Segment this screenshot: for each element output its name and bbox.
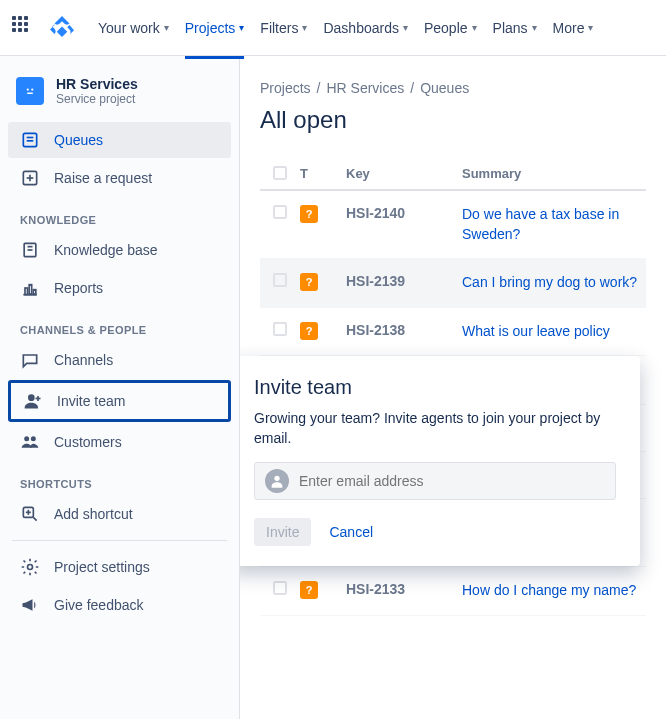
gear-icon <box>20 557 40 577</box>
nav-item-projects[interactable]: Projects▾ <box>177 14 253 42</box>
chat-icon <box>20 350 40 370</box>
table-row[interactable]: ?HSI-2138What is our leave policy <box>260 308 646 357</box>
svg-rect-14 <box>25 288 28 295</box>
sidebar-label: Raise a request <box>54 170 152 186</box>
issue-key[interactable]: HSI-2140 <box>346 205 405 221</box>
people-icon <box>20 432 40 452</box>
project-type: Service project <box>56 92 138 106</box>
col-key[interactable]: Key <box>346 166 462 181</box>
sidebar: HR Services Service project Queues Raise… <box>0 56 240 719</box>
issue-key[interactable]: HSI-2133 <box>346 581 405 597</box>
sidebar-item-give-feedback[interactable]: Give feedback <box>8 587 231 623</box>
row-checkbox[interactable] <box>273 581 287 595</box>
email-input-wrapper[interactable] <box>254 462 616 500</box>
chart-icon <box>20 278 40 298</box>
issue-type-icon: ? <box>300 205 318 223</box>
issue-summary[interactable]: Do we have a tax base in Sweden? <box>462 206 619 242</box>
sidebar-item-queues[interactable]: Queues <box>8 122 231 158</box>
sidebar-item-add-shortcut[interactable]: Add shortcut <box>8 496 231 532</box>
svg-rect-16 <box>33 290 36 295</box>
svg-point-17 <box>28 394 35 401</box>
col-type[interactable]: T <box>300 166 346 181</box>
svg-rect-3 <box>27 93 33 95</box>
shortcut-plus-icon <box>20 504 40 524</box>
svg-point-20 <box>24 436 29 441</box>
issue-key[interactable]: HSI-2138 <box>346 322 405 338</box>
nav-item-filters[interactable]: Filters▾ <box>252 14 315 42</box>
issue-type-icon: ? <box>300 322 318 340</box>
avatar-placeholder-icon <box>265 469 289 493</box>
sidebar-section-knowledge: KNOWLEDGE <box>8 198 231 232</box>
sidebar-label: Project settings <box>54 559 150 575</box>
project-name: HR Services <box>56 76 138 92</box>
page-title: All open <box>260 106 646 134</box>
book-icon <box>20 240 40 260</box>
svg-point-2 <box>31 88 33 90</box>
table-header: T Key Summary <box>260 158 646 191</box>
breadcrumb-item[interactable]: Queues <box>420 80 469 96</box>
sidebar-item-project-settings[interactable]: Project settings <box>8 549 231 585</box>
modal-description: Growing your team? Invite agents to join… <box>254 409 616 448</box>
sidebar-item-invite-team[interactable]: Invite team <box>8 380 231 422</box>
svg-point-27 <box>274 476 279 481</box>
issue-key[interactable]: HSI-2139 <box>346 273 405 289</box>
col-summary[interactable]: Summary <box>462 166 646 181</box>
megaphone-icon <box>20 595 40 615</box>
sidebar-label: Give feedback <box>54 597 144 613</box>
sidebar-label: Channels <box>54 352 113 368</box>
svg-point-1 <box>27 88 29 90</box>
issue-summary[interactable]: Can I bring my dog to work? <box>462 274 637 290</box>
person-plus-icon <box>23 391 43 411</box>
sidebar-section-shortcuts: SHORTCUTS <box>8 462 231 496</box>
breadcrumb-item[interactable]: HR Services <box>326 80 404 96</box>
svg-point-26 <box>28 565 33 570</box>
nav-item-plans[interactable]: Plans▾ <box>485 14 545 42</box>
row-checkbox[interactable] <box>273 273 287 287</box>
sidebar-label: Knowledge base <box>54 242 158 258</box>
issue-type-icon: ? <box>300 273 318 291</box>
jira-logo-icon[interactable] <box>50 16 74 40</box>
app-switcher-icon[interactable] <box>12 16 36 40</box>
svg-line-23 <box>33 517 36 520</box>
nav-item-your-work[interactable]: Your work▾ <box>90 14 177 42</box>
select-all-checkbox[interactable] <box>273 166 287 180</box>
cancel-button[interactable]: Cancel <box>329 524 373 540</box>
project-header: HR Services Service project <box>8 76 231 122</box>
svg-point-21 <box>31 436 36 441</box>
sidebar-item-reports[interactable]: Reports <box>8 270 231 306</box>
sidebar-label: Add shortcut <box>54 506 133 522</box>
sidebar-label: Customers <box>54 434 122 450</box>
svg-rect-0 <box>23 84 37 98</box>
sidebar-item-channels[interactable]: Channels <box>8 342 231 378</box>
top-nav: Your work▾Projects▾Filters▾Dashboards▾Pe… <box>0 0 666 56</box>
breadcrumb: Projects / HR Services / Queues <box>260 80 646 96</box>
sidebar-label: Invite team <box>57 393 125 409</box>
table-row[interactable]: ?HSI-2133How do I change my name? <box>260 567 646 616</box>
sidebar-section-channels: CHANNELS & PEOPLE <box>8 308 231 342</box>
modal-title: Invite team <box>254 376 616 399</box>
table-row[interactable]: ?HSI-2139Can I bring my dog to work? <box>260 259 646 308</box>
table-row[interactable]: ?HSI-2140Do we have a tax base in Sweden… <box>260 191 646 259</box>
project-avatar-icon <box>16 77 44 105</box>
plus-box-icon <box>20 168 40 188</box>
nav-item-more[interactable]: More▾ <box>545 14 602 42</box>
sidebar-label: Reports <box>54 280 103 296</box>
issue-summary[interactable]: What is our leave policy <box>462 323 610 339</box>
issue-type-icon: ? <box>300 581 318 599</box>
main-content: Projects / HR Services / Queues All open… <box>240 56 666 719</box>
row-checkbox[interactable] <box>273 322 287 336</box>
sidebar-item-raise-request[interactable]: Raise a request <box>8 160 231 196</box>
issue-summary[interactable]: How do I change my name? <box>462 582 636 598</box>
invite-team-modal: Invite team Growing your team? Invite ag… <box>240 356 640 566</box>
sidebar-label: Queues <box>54 132 103 148</box>
divider <box>12 540 227 541</box>
sidebar-item-knowledge-base[interactable]: Knowledge base <box>8 232 231 268</box>
row-checkbox[interactable] <box>273 205 287 219</box>
queues-icon <box>20 130 40 150</box>
nav-item-dashboards[interactable]: Dashboards▾ <box>315 14 416 42</box>
email-input[interactable] <box>299 473 605 489</box>
sidebar-item-customers[interactable]: Customers <box>8 424 231 460</box>
nav-item-people[interactable]: People▾ <box>416 14 485 42</box>
invite-button[interactable]: Invite <box>254 518 311 546</box>
breadcrumb-item[interactable]: Projects <box>260 80 311 96</box>
